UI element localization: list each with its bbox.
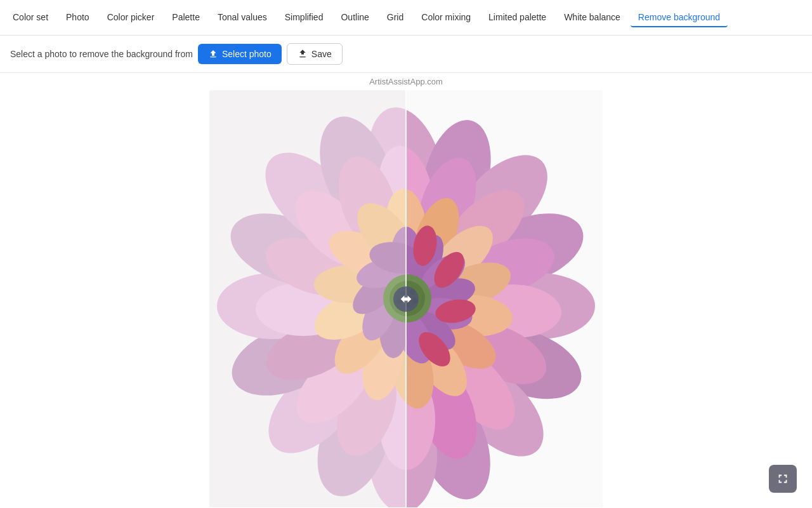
nav-palette[interactable]: Palette bbox=[164, 8, 207, 27]
nav-tonal-values[interactable]: Tonal values bbox=[210, 8, 275, 27]
nav-simplified[interactable]: Simplified bbox=[277, 8, 331, 27]
fullscreen-icon bbox=[776, 472, 790, 486]
nav-grid[interactable]: Grid bbox=[379, 8, 411, 27]
toolbar: Select a photo to remove the background … bbox=[0, 36, 812, 73]
nav-outline[interactable]: Outline bbox=[333, 8, 376, 27]
save-label: Save bbox=[311, 49, 332, 59]
fullscreen-button[interactable] bbox=[769, 465, 797, 493]
nav-color-mixing[interactable]: Color mixing bbox=[414, 8, 478, 27]
compare-handle[interactable] bbox=[393, 286, 419, 312]
nav-color-picker[interactable]: Color picker bbox=[100, 8, 162, 27]
save-icon bbox=[298, 49, 308, 59]
nav-white-balance[interactable]: White balance bbox=[556, 8, 628, 27]
nav-photo[interactable]: Photo bbox=[58, 8, 97, 27]
nav-limited-palette[interactable]: Limited palette bbox=[481, 8, 554, 27]
save-button[interactable]: Save bbox=[287, 43, 343, 65]
watermark: ArtistAssistApp.com bbox=[369, 73, 443, 90]
nav-remove-background[interactable]: Remove background bbox=[631, 8, 728, 27]
nav-bar: Color set Photo Color picker Palette Ton… bbox=[0, 0, 812, 36]
nav-color-set[interactable]: Color set bbox=[5, 8, 56, 27]
upload-icon bbox=[208, 49, 218, 59]
select-photo-button[interactable]: Select photo bbox=[198, 44, 282, 64]
select-photo-label: Select photo bbox=[222, 49, 272, 59]
toolbar-description: Select a photo to remove the background … bbox=[10, 49, 193, 59]
left-right-icon bbox=[400, 293, 412, 305]
main-content: ArtistAssistApp.com bbox=[0, 73, 812, 507]
compare-container[interactable] bbox=[209, 90, 603, 507]
